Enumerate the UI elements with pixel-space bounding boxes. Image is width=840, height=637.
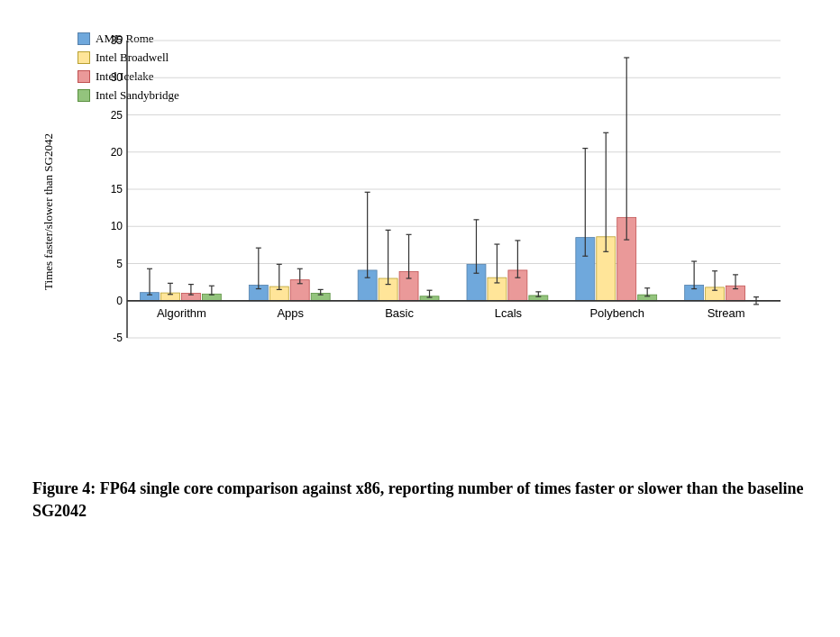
svg-text:0: 0 [116, 295, 123, 307]
svg-text:Basic: Basic [385, 306, 414, 320]
svg-text:Algorithm: Algorithm [157, 306, 206, 320]
svg-text:5: 5 [116, 258, 123, 270]
svg-text:35: 35 [111, 34, 123, 47]
svg-text:10: 10 [111, 220, 123, 232]
svg-text:20: 20 [111, 146, 123, 159]
chart-svg: -505101520253035AlgorithmAppsBasicLcalsP… [87, 27, 790, 396]
svg-text:Apps: Apps [277, 306, 304, 320]
chart-plot-area: -505101520253035AlgorithmAppsBasicLcalsP… [87, 27, 790, 396]
chart-container: Times faster/slower than SG2042 AMD Rome… [32, 18, 808, 450]
y-axis-label-wrapper: Times faster/slower than SG2042 [40, 27, 58, 396]
svg-text:Lcals: Lcals [495, 306, 523, 320]
y-axis-label: Times faster/slower than SG2042 [41, 133, 56, 290]
svg-text:Stream: Stream [708, 306, 745, 320]
figure-caption: Figure 4: FP64 single core comparison ag… [32, 478, 808, 523]
figure-label: Figure 4: [32, 479, 96, 497]
svg-text:30: 30 [111, 71, 123, 84]
svg-text:Polybench: Polybench [589, 306, 644, 320]
caption-text: FP64 single core comparison against x86,… [32, 479, 804, 520]
svg-text:25: 25 [111, 109, 123, 122]
svg-text:-5: -5 [113, 332, 123, 344]
svg-text:15: 15 [111, 183, 123, 196]
